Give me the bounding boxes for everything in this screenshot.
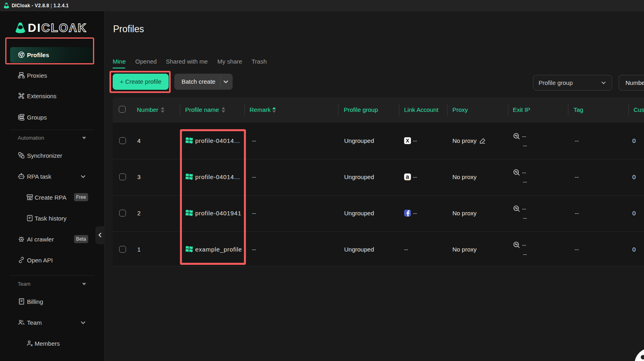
svg-text:X: X <box>406 138 409 144</box>
